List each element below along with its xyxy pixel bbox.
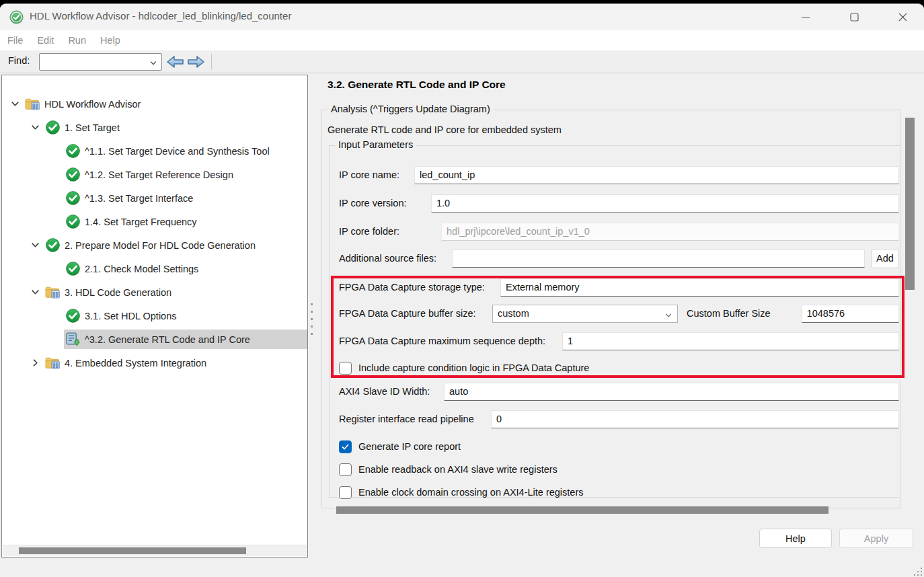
scrollbar-thumb[interactable] <box>19 547 246 554</box>
tree-item-3-1[interactable]: 3.1. Set HDL Options <box>2 304 307 328</box>
chevron-down-icon[interactable] <box>26 121 44 134</box>
axi4-slave-id-width-input[interactable] <box>444 383 899 401</box>
additional-source-files-label: Additional source files: <box>339 253 452 264</box>
passed-check-icon <box>45 120 61 134</box>
chevron-down-icon[interactable] <box>26 286 44 299</box>
menu-edit[interactable]: Edit <box>37 35 54 46</box>
storage-type-input[interactable] <box>500 278 899 297</box>
workflow-tree-panel: HDL Workflow Advisor 1. Set Target <box>1 75 308 557</box>
title-bar: HDL Workflow Advisor - hdlcoder_led_blin… <box>0 4 924 30</box>
tree-item-2-prepare-model[interactable]: 2. Prepare Model For HDL Code Generation <box>2 233 307 257</box>
additional-source-files-input[interactable] <box>452 249 865 268</box>
tree-item-3-hdl-code-generation[interactable]: 3. HDL Code Generation <box>2 280 307 304</box>
additional-source-files-row: Additional source files: Add <box>339 249 899 268</box>
buffer-size-label: FPGA Data Capture buffer size: <box>339 308 492 319</box>
analysis-groupbox-legend: Analysis (^Triggers Update Diagram) <box>328 104 494 114</box>
ip-core-version-label: IP core version: <box>339 198 431 208</box>
ip-core-version-input[interactable] <box>431 194 899 213</box>
chevron-down-icon[interactable] <box>6 98 24 111</box>
storage-type-row: FPGA Data Capture storage type: <box>339 278 899 297</box>
add-button[interactable]: Add <box>871 249 899 268</box>
ip-core-version-row: IP core version: <box>339 194 899 213</box>
tree-horizontal-scrollbar[interactable] <box>3 545 307 556</box>
axi4-slave-id-width-label: AXI4 Slave ID Width: <box>339 386 444 397</box>
generate-task-icon <box>65 332 81 346</box>
tree-item-label: 2.1. Check Model Settings <box>85 264 198 274</box>
tree-item-label: ^1.3. Set Target Interface <box>85 193 193 204</box>
ip-core-name-row: IP core name: <box>339 165 899 184</box>
register-read-pipeline-input[interactable] <box>491 410 899 428</box>
buffer-size-dropdown[interactable]: custom <box>492 305 678 323</box>
tree-item-label: HDL Workflow Advisor <box>44 99 141 110</box>
axi4-slave-id-width-row: AXI4 Slave ID Width: <box>339 382 899 401</box>
ip-core-name-input[interactable] <box>414 166 899 184</box>
resize-grip-icon[interactable] <box>914 568 922 576</box>
advisor-folder-icon <box>25 97 40 111</box>
find-previous-button[interactable] <box>166 54 184 69</box>
maximize-button[interactable] <box>835 4 873 30</box>
chevron-down-icon[interactable] <box>26 239 44 252</box>
generate-ip-core-report-label: Generate IP core report <box>358 441 461 452</box>
storage-type-label: FPGA Data Capture storage type: <box>339 282 500 293</box>
enable-clock-domain-crossing-row: Enable clock domain crossing on AXI4-Lit… <box>339 483 899 502</box>
tree-item-label: 1.4. Set Target Frequency <box>85 217 197 227</box>
menu-run[interactable]: Run <box>68 35 86 46</box>
passed-check-icon <box>65 309 81 323</box>
tree-item-3-2-selected[interactable]: ^3.2. Generate RTL Code and IP Core <box>2 328 307 351</box>
menu-file[interactable]: File <box>7 35 23 46</box>
tree-item-1-1[interactable]: ^1.1. Set Target Device and Synthesis To… <box>2 139 307 163</box>
passed-check-icon <box>65 167 81 182</box>
find-next-button[interactable] <box>187 54 205 69</box>
find-input[interactable] <box>39 53 162 71</box>
tree-item-label: ^1.2. Set Target Reference Design <box>85 169 233 180</box>
enable-readback-checkbox[interactable] <box>339 463 352 476</box>
include-capture-condition-row: Include capture condition logic in FPGA … <box>339 358 899 377</box>
register-read-pipeline-row: Register interface read pipeline <box>339 410 899 428</box>
max-sequence-depth-input[interactable] <box>562 332 899 350</box>
menu-help[interactable]: Help <box>100 35 120 46</box>
passed-check-icon <box>65 144 81 158</box>
tree-item-4-embedded-system[interactable]: 4. Embedded System Integration <box>2 351 307 375</box>
generate-ip-core-report-row: Generate IP core report <box>339 437 899 456</box>
custom-buffer-size-label: Custom Buffer Size <box>687 308 771 319</box>
enable-readback-label: Enable readback on AXI4 slave write regi… <box>358 464 557 475</box>
max-sequence-depth-label: FPGA Data Capture maximum sequence depth… <box>339 336 562 346</box>
chevron-down-icon <box>664 311 672 321</box>
enable-clock-domain-crossing-checkbox[interactable] <box>339 486 352 499</box>
tree-item-1-set-target[interactable]: 1. Set Target <box>2 116 307 139</box>
close-button[interactable] <box>884 4 921 30</box>
generate-ip-core-report-checkbox[interactable] <box>339 440 352 453</box>
ip-core-folder-input <box>441 223 899 241</box>
buffer-size-value: custom <box>498 308 529 319</box>
custom-buffer-size-input[interactable] <box>802 305 899 323</box>
enable-readback-row: Enable readback on AXI4 slave write regi… <box>339 460 899 479</box>
content-vertical-scrollbar[interactable] <box>904 111 915 504</box>
advisor-folder-icon <box>45 356 61 370</box>
tree-item-2-1[interactable]: 2.1. Check Model Settings <box>2 257 307 280</box>
buffer-size-row: FPGA Data Capture buffer size: custom Cu… <box>339 304 899 323</box>
tree-item-label: 1. Set Target <box>65 122 120 133</box>
tree-item-label: 3.1. Set HDL Options <box>85 311 176 321</box>
window-title: HDL Workflow Advisor - hdlcoder_led_blin… <box>30 10 291 22</box>
help-button[interactable]: Help <box>759 529 832 548</box>
tree-item-label: ^3.2. Generate RTL Code and IP Core <box>85 334 250 345</box>
tree-item-1-3[interactable]: ^1.3. Set Target Interface <box>2 186 307 210</box>
task-description: Generate RTL code and IP core for embedd… <box>328 124 562 135</box>
chevron-down-icon[interactable] <box>149 59 157 69</box>
tree-item-label: 3. HDL Code Generation <box>65 287 171 298</box>
tree-item-1-4[interactable]: 1.4. Set Target Frequency <box>2 210 307 233</box>
tree-item-label: 4. Embedded System Integration <box>65 358 206 369</box>
app-check-icon <box>9 10 24 24</box>
enable-clock-domain-crossing-label: Enable clock domain crossing on AXI4-Lit… <box>358 487 583 498</box>
content-horizontal-scrollbar[interactable] <box>336 506 829 514</box>
apply-button[interactable]: Apply <box>839 529 913 548</box>
minimize-button[interactable] <box>787 4 824 30</box>
passed-check-icon <box>45 238 61 252</box>
passed-check-icon <box>65 215 81 229</box>
scrollbar-thumb[interactable] <box>905 118 915 290</box>
app-window: HDL Workflow Advisor - hdlcoder_led_blin… <box>0 3 924 577</box>
tree-item-1-2[interactable]: ^1.2. Set Target Reference Design <box>2 163 307 186</box>
tree-item-root[interactable]: HDL Workflow Advisor <box>2 92 307 116</box>
include-capture-condition-checkbox[interactable] <box>339 362 352 375</box>
chevron-right-icon[interactable] <box>26 356 44 370</box>
